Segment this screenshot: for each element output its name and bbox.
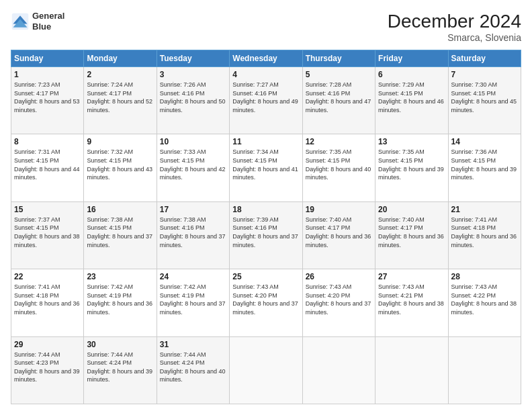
empty-cell — [375, 336, 448, 404]
col-wednesday: Wednesday — [230, 50, 302, 67]
day-info: Sunrise: 7:27 AMSunset: 4:16 PMDaylight:… — [232, 81, 299, 114]
day-number: 8 — [14, 137, 81, 146]
day-number: 4 — [232, 70, 299, 79]
day-info: Sunrise: 7:35 AMSunset: 4:15 PMDaylight:… — [306, 148, 372, 181]
day-info: Sunrise: 7:31 AMSunset: 4:15 PMDaylight:… — [14, 148, 81, 181]
table-row: 31 Sunrise: 7:44 AMSunset: 4:24 PMDaylig… — [157, 336, 229, 404]
col-thursday: Thursday — [302, 50, 375, 67]
day-info: Sunrise: 7:43 AMSunset: 4:22 PMDaylight:… — [451, 283, 518, 316]
day-number: 21 — [451, 205, 518, 214]
table-row: 20 Sunrise: 7:40 AMSunset: 4:17 PMDaylig… — [375, 201, 448, 269]
day-info: Sunrise: 7:41 AMSunset: 4:18 PMDaylight:… — [14, 283, 81, 316]
calendar-week-row: 1 Sunrise: 7:23 AMSunset: 4:17 PMDayligh… — [11, 67, 521, 134]
col-saturday: Saturday — [448, 50, 521, 67]
day-number: 2 — [87, 70, 153, 79]
table-row: 3 Sunrise: 7:26 AMSunset: 4:16 PMDayligh… — [157, 67, 229, 134]
table-row: 21 Sunrise: 7:41 AMSunset: 4:18 PMDaylig… — [448, 201, 521, 269]
day-info: Sunrise: 7:23 AMSunset: 4:17 PMDaylight:… — [14, 81, 81, 114]
table-row: 26 Sunrise: 7:43 AMSunset: 4:20 PMDaylig… — [302, 269, 375, 336]
table-row: 7 Sunrise: 7:30 AMSunset: 4:15 PMDayligh… — [448, 67, 521, 134]
day-info: Sunrise: 7:30 AMSunset: 4:15 PMDaylight:… — [451, 81, 518, 114]
table-row: 11 Sunrise: 7:34 AMSunset: 4:15 PMDaylig… — [230, 134, 302, 201]
day-info: Sunrise: 7:34 AMSunset: 4:15 PMDaylight:… — [232, 148, 299, 181]
table-row: 10 Sunrise: 7:33 AMSunset: 4:15 PMDaylig… — [157, 134, 229, 201]
empty-cell — [302, 336, 375, 404]
day-number: 15 — [14, 205, 81, 214]
day-number: 29 — [14, 340, 81, 349]
table-row: 18 Sunrise: 7:39 AMSunset: 4:16 PMDaylig… — [230, 201, 302, 269]
table-row: 24 Sunrise: 7:42 AMSunset: 4:19 PMDaylig… — [157, 269, 229, 336]
table-row: 6 Sunrise: 7:29 AMSunset: 4:15 PMDayligh… — [375, 67, 448, 134]
calendar-header-row: Sunday Monday Tuesday Wednesday Thursday… — [11, 50, 521, 67]
main-title: December 2024 — [388, 11, 521, 32]
day-info: Sunrise: 7:24 AMSunset: 4:17 PMDaylight:… — [87, 81, 153, 114]
day-info: Sunrise: 7:26 AMSunset: 4:16 PMDaylight:… — [160, 81, 226, 114]
day-info: Sunrise: 7:44 AMSunset: 4:23 PMDaylight:… — [14, 351, 81, 384]
day-number: 12 — [306, 137, 372, 146]
logo: General Blue — [11, 11, 64, 32]
table-row: 8 Sunrise: 7:31 AMSunset: 4:15 PMDayligh… — [11, 134, 84, 201]
logo-text: General Blue — [32, 11, 64, 32]
day-number: 11 — [232, 137, 299, 146]
day-info: Sunrise: 7:40 AMSunset: 4:17 PMDaylight:… — [306, 216, 372, 249]
table-row: 9 Sunrise: 7:32 AMSunset: 4:15 PMDayligh… — [84, 134, 157, 201]
day-number: 10 — [160, 137, 226, 146]
subtitle: Smarca, Slovenia — [388, 32, 521, 43]
table-row: 27 Sunrise: 7:43 AMSunset: 4:21 PMDaylig… — [375, 269, 448, 336]
table-row: 16 Sunrise: 7:38 AMSunset: 4:15 PMDaylig… — [84, 201, 157, 269]
day-number: 23 — [87, 272, 153, 281]
calendar-week-row: 29 Sunrise: 7:44 AMSunset: 4:23 PMDaylig… — [11, 336, 521, 404]
day-number: 9 — [87, 137, 153, 146]
col-sunday: Sunday — [11, 50, 84, 67]
table-row: 25 Sunrise: 7:43 AMSunset: 4:20 PMDaylig… — [230, 269, 302, 336]
table-row: 23 Sunrise: 7:42 AMSunset: 4:19 PMDaylig… — [84, 269, 157, 336]
day-info: Sunrise: 7:36 AMSunset: 4:15 PMDaylight:… — [451, 148, 518, 181]
day-info: Sunrise: 7:28 AMSunset: 4:16 PMDaylight:… — [306, 81, 372, 114]
day-number: 19 — [306, 205, 372, 214]
col-tuesday: Tuesday — [157, 50, 229, 67]
table-row: 29 Sunrise: 7:44 AMSunset: 4:23 PMDaylig… — [11, 336, 84, 404]
day-number: 14 — [451, 137, 518, 146]
day-info: Sunrise: 7:38 AMSunset: 4:15 PMDaylight:… — [87, 216, 153, 249]
day-number: 7 — [451, 70, 518, 79]
table-row: 19 Sunrise: 7:40 AMSunset: 4:17 PMDaylig… — [302, 201, 375, 269]
table-row: 17 Sunrise: 7:38 AMSunset: 4:16 PMDaylig… — [157, 201, 229, 269]
header: General Blue December 2024 Smarca, Slove… — [11, 11, 521, 43]
day-info: Sunrise: 7:32 AMSunset: 4:15 PMDaylight:… — [87, 148, 153, 181]
table-row: 15 Sunrise: 7:37 AMSunset: 4:15 PMDaylig… — [11, 201, 84, 269]
day-info: Sunrise: 7:42 AMSunset: 4:19 PMDaylight:… — [87, 283, 153, 316]
day-info: Sunrise: 7:35 AMSunset: 4:15 PMDaylight:… — [378, 148, 445, 181]
day-number: 18 — [232, 205, 299, 214]
day-info: Sunrise: 7:43 AMSunset: 4:20 PMDaylight:… — [306, 283, 372, 316]
day-number: 20 — [378, 205, 445, 214]
table-row: 5 Sunrise: 7:28 AMSunset: 4:16 PMDayligh… — [302, 67, 375, 134]
empty-cell — [448, 336, 521, 404]
day-number: 3 — [160, 70, 226, 79]
calendar-week-row: 8 Sunrise: 7:31 AMSunset: 4:15 PMDayligh… — [11, 134, 521, 201]
day-number: 30 — [87, 340, 153, 349]
table-row: 30 Sunrise: 7:44 AMSunset: 4:24 PMDaylig… — [84, 336, 157, 404]
day-number: 17 — [160, 205, 226, 214]
day-number: 28 — [451, 272, 518, 281]
table-row: 2 Sunrise: 7:24 AMSunset: 4:17 PMDayligh… — [84, 67, 157, 134]
table-row: 13 Sunrise: 7:35 AMSunset: 4:15 PMDaylig… — [375, 134, 448, 201]
day-number: 13 — [378, 137, 445, 146]
calendar-week-row: 15 Sunrise: 7:37 AMSunset: 4:15 PMDaylig… — [11, 201, 521, 269]
day-info: Sunrise: 7:38 AMSunset: 4:16 PMDaylight:… — [160, 216, 226, 249]
day-info: Sunrise: 7:43 AMSunset: 4:21 PMDaylight:… — [378, 283, 445, 316]
day-info: Sunrise: 7:44 AMSunset: 4:24 PMDaylight:… — [160, 351, 226, 384]
day-number: 1 — [14, 70, 81, 79]
day-number: 26 — [306, 272, 372, 281]
col-monday: Monday — [84, 50, 157, 67]
logo-icon — [11, 12, 30, 31]
table-row: 12 Sunrise: 7:35 AMSunset: 4:15 PMDaylig… — [302, 134, 375, 201]
day-number: 27 — [378, 272, 445, 281]
table-row: 28 Sunrise: 7:43 AMSunset: 4:22 PMDaylig… — [448, 269, 521, 336]
day-info: Sunrise: 7:44 AMSunset: 4:24 PMDaylight:… — [87, 351, 153, 384]
day-info: Sunrise: 7:33 AMSunset: 4:15 PMDaylight:… — [160, 148, 226, 181]
table-row: 4 Sunrise: 7:27 AMSunset: 4:16 PMDayligh… — [230, 67, 302, 134]
day-info: Sunrise: 7:37 AMSunset: 4:15 PMDaylight:… — [14, 216, 81, 249]
day-info: Sunrise: 7:43 AMSunset: 4:20 PMDaylight:… — [232, 283, 299, 316]
table-row: 14 Sunrise: 7:36 AMSunset: 4:15 PMDaylig… — [448, 134, 521, 201]
calendar-week-row: 22 Sunrise: 7:41 AMSunset: 4:18 PMDaylig… — [11, 269, 521, 336]
